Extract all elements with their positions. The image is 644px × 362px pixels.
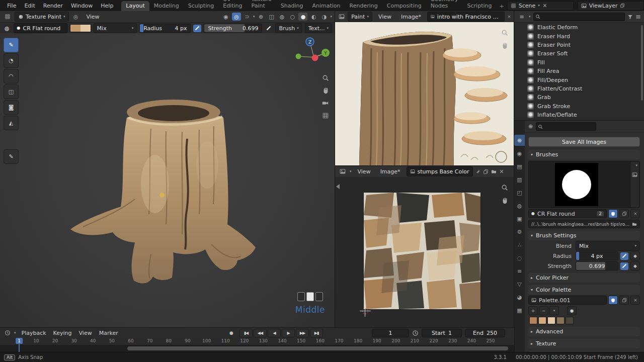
panel-header-brush-settings[interactable]: ▾ Brush Settings (528, 231, 640, 240)
panel-header-advanced[interactable]: ▸ Advanced (528, 327, 640, 336)
topbar-menu-help[interactable]: Help (97, 2, 117, 10)
play-button[interactable]: ▶ (282, 329, 295, 337)
chevron-down-icon[interactable]: ▾ (14, 331, 16, 335)
topbar-menu-render[interactable]: Render (39, 2, 67, 10)
tool-annotate-button[interactable]: ✎ (4, 149, 19, 164)
workspace-tab-scripting[interactable]: Scripting (463, 1, 497, 11)
viewport-canvas[interactable]: ✎◔◠◫◙◭✎ (0, 33, 335, 328)
animate-property-button[interactable]: ◆ (630, 261, 640, 270)
shading-material-icon[interactable]: ◐ (309, 13, 318, 21)
chevron-down-icon[interactable]: ▾ (330, 15, 332, 19)
active-brush-selector[interactable]: ● CR Flat round (14, 23, 67, 33)
brush-list-item[interactable]: Eraser Point (527, 41, 644, 49)
properties-tab-view-layer[interactable]: ▥ (514, 174, 525, 185)
pan-hand-icon[interactable] (322, 87, 329, 94)
view-menu[interactable]: View (375, 13, 395, 21)
panel-header-texture[interactable]: ▸ Texture (528, 339, 640, 348)
close-icon[interactable] (507, 14, 511, 19)
palette-swatch[interactable] (566, 317, 574, 324)
timeline-menu-keying[interactable]: Keying (50, 329, 75, 337)
workspace-tab-sculpting[interactable]: Sculpting (184, 1, 218, 11)
topbar-menu-edit[interactable]: Edit (20, 2, 39, 10)
copy-icon[interactable] (620, 3, 625, 8)
editor-type-icon[interactable] (3, 329, 12, 337)
workspace-tab-layout[interactable]: Layout (121, 1, 149, 11)
unlink-icon[interactable] (542, 3, 547, 8)
brush-popover[interactable]: Brush▾ (275, 23, 302, 33)
next-keyframe-button[interactable]: ▶▶ (296, 329, 309, 337)
palette-swatch[interactable] (529, 317, 537, 324)
strength-slider[interactable]: Strength0.699 (204, 24, 262, 33)
image-menu[interactable]: Image* (397, 13, 425, 21)
fake-user-shield-button[interactable] (608, 296, 618, 305)
region-expand-arrow[interactable] (336, 184, 340, 189)
brush-name-field[interactable]: ● CR Flat round 2 (528, 209, 607, 218)
editor-type-icon[interactable] (338, 167, 347, 175)
current-frame-field[interactable]: 1 (372, 329, 409, 337)
folder-icon[interactable] (632, 222, 637, 227)
shading-wireframe-icon[interactable]: ○ (288, 13, 297, 21)
palette-swatch[interactable] (547, 317, 555, 324)
workspace-tab-shading[interactable]: Shading (276, 1, 308, 11)
use-preview-range-clock-icon[interactable] (412, 330, 419, 336)
topbar-menu-window[interactable]: Window (67, 2, 97, 10)
radius-slider[interactable]: 4 px (576, 251, 618, 260)
workspace-tab-texture-paint[interactable]: Texture Paint (247, 0, 276, 11)
copy-button[interactable] (619, 296, 629, 305)
shading-solid-icon[interactable]: ● (298, 13, 307, 21)
jump-start-button[interactable]: ▮◀ (239, 329, 253, 337)
tool-fill-button[interactable]: ◙ (4, 100, 19, 115)
zoom-icon[interactable] (501, 184, 508, 191)
current-frame-badge[interactable]: 1 (16, 338, 23, 344)
copy-icon[interactable] (483, 169, 489, 174)
add-color-button[interactable]: + (528, 306, 538, 315)
users-count-badge[interactable]: 2 (597, 211, 604, 216)
brush-list-item[interactable]: Fill (527, 58, 644, 67)
editor-type-icon[interactable] (338, 13, 345, 21)
properties-tab-object[interactable]: ▣ (514, 213, 525, 224)
eyedropper-icon[interactable]: ◉ (221, 13, 230, 21)
zoom-icon[interactable] (322, 74, 329, 81)
image-canvas[interactable] (335, 177, 514, 328)
brush-list-item[interactable]: Eraser Hard (527, 32, 644, 40)
brush-preview-icon[interactable]: ◍ (3, 24, 11, 32)
chevron-down-icon[interactable]: ▾ (529, 15, 531, 19)
brush-list-item[interactable]: Flatten/Contrast (527, 84, 644, 93)
palette-swatch[interactable] (538, 317, 546, 324)
gizmos-icon[interactable]: ◍ (277, 13, 286, 21)
tool-clone-button[interactable]: ◫ (4, 84, 19, 99)
camera-view-icon[interactable] (321, 100, 329, 107)
viewlayer-selector[interactable]: ViewLayer (578, 1, 644, 11)
workspace-tab-uv-editing[interactable]: UV Editing (218, 0, 247, 11)
image-menu[interactable]: Image* (377, 167, 404, 176)
properties-tab-scene[interactable]: ◰ (514, 187, 525, 198)
workspace-tab-compositing[interactable]: Compositing (382, 1, 426, 11)
radius-slider[interactable]: Radius4 px (139, 24, 191, 33)
shading-rendered-icon[interactable]: ◑ (319, 13, 329, 21)
properties-tab-render[interactable]: ◉ (514, 148, 525, 159)
copy-button[interactable] (619, 209, 629, 218)
axis-gizmo[interactable]: Z Y (295, 35, 331, 70)
strength-pressure-toggle[interactable] (265, 25, 273, 32)
pan-hand-icon[interactable] (501, 42, 508, 49)
properties-tab-particles[interactable]: ∴ (514, 239, 525, 250)
palette-swatch[interactable] (556, 317, 565, 324)
menu-burger-icon[interactable] (635, 14, 641, 20)
brush-texture-path-field[interactable]: //..\..\brush making\sea...res\brush tip… (528, 220, 640, 228)
chevron-down-icon[interactable]: ▾ (253, 15, 255, 19)
image-datablock-selector[interactable]: stumps Base Color (407, 166, 473, 176)
overlays-icon[interactable]: ◫ (267, 13, 276, 21)
animate-property-button[interactable]: ◆ (630, 251, 640, 260)
properties-tab-tool[interactable]: ⊕ (514, 135, 525, 146)
blend-mode-dropdown[interactable]: Mix ▾ (94, 23, 137, 33)
brush-list-item[interactable]: Grab (527, 93, 644, 102)
unlink-button[interactable] (630, 296, 640, 305)
image-datablock-selector[interactable]: intro with Francisco Guerrero, (427, 12, 505, 22)
chevron-down-icon[interactable]: ▾ (635, 163, 637, 167)
search-input[interactable] (533, 13, 625, 21)
zoom-icon[interactable] (501, 29, 508, 36)
timeline-menu-marker[interactable]: Marker (96, 329, 122, 337)
add-workspace-button[interactable]: + (496, 2, 507, 11)
preview-list-icon[interactable] (632, 172, 637, 177)
folder-icon[interactable] (491, 169, 497, 174)
